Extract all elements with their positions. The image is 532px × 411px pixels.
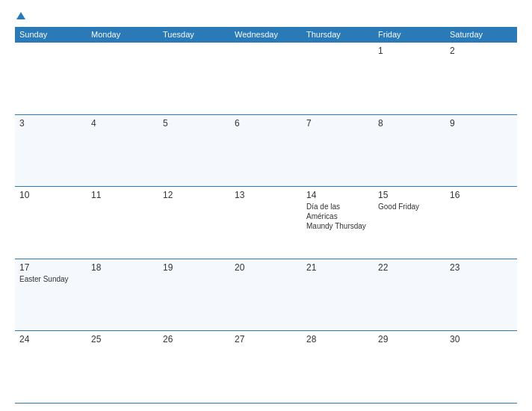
calendar-cell: 2	[445, 43, 517, 114]
day-number: 9	[450, 118, 513, 129]
day-number: 19	[163, 262, 226, 273]
page: Sunday Monday Tuesday Wednesday Thursday…	[0, 0, 532, 411]
day-number: 7	[306, 118, 369, 129]
header-wednesday: Wednesday	[230, 27, 302, 42]
calendar-cell	[15, 43, 87, 114]
calendar-cell: 11	[87, 187, 158, 259]
day-number: 8	[378, 118, 441, 129]
day-number: 23	[450, 262, 513, 273]
calendar-cell: 9	[445, 115, 517, 187]
day-number: 3	[19, 118, 82, 129]
calendar-cell: 7	[302, 115, 374, 187]
calendar-week-4: 17Easter Sunday181920212223	[15, 259, 517, 332]
calendar-cell: 22	[374, 259, 445, 331]
day-number: 29	[378, 334, 441, 344]
calendar-cell: 4	[87, 115, 158, 187]
calendar-week-3: 1011121314Día de las AméricasMaundy Thur…	[15, 187, 517, 259]
calendar-cell: 8	[374, 115, 445, 187]
calendar-cell: 30	[445, 331, 517, 403]
calendar-event: Easter Sunday	[19, 274, 82, 284]
day-number: 10	[19, 190, 82, 200]
calendar-week-2: 3456789	[15, 115, 517, 188]
calendar-cell: 13	[230, 187, 302, 259]
calendar-cell: 10	[15, 187, 87, 259]
day-number: 4	[91, 118, 154, 129]
day-number: 28	[306, 334, 369, 344]
calendar-cell: 23	[445, 259, 517, 331]
day-number: 6	[235, 118, 297, 129]
calendar-week-1: 12	[15, 42, 517, 115]
calendar-cell: 21	[302, 259, 374, 331]
calendar-cell: 14Día de las AméricasMaundy Thursday	[302, 187, 374, 259]
header-monday: Monday	[87, 27, 158, 42]
calendar-cell: 20	[230, 259, 302, 331]
day-number: 11	[91, 190, 154, 200]
day-number: 14	[306, 190, 369, 200]
calendar-body: 1234567891011121314Día de las AméricasMa…	[15, 42, 517, 404]
day-number: 15	[378, 190, 441, 200]
day-number: 16	[450, 190, 513, 200]
day-number: 25	[91, 334, 154, 344]
logo-triangle-icon	[16, 12, 25, 19]
header-friday: Friday	[374, 27, 445, 42]
calendar-cell: 26	[158, 331, 230, 403]
header-tuesday: Tuesday	[158, 27, 230, 42]
calendar: Sunday Monday Tuesday Wednesday Thursday…	[15, 27, 517, 404]
calendar-cell: 18	[87, 259, 158, 331]
calendar-cell: 12	[158, 187, 230, 259]
calendar-cell: 24	[15, 331, 87, 403]
day-number: 30	[450, 334, 513, 344]
calendar-week-5: 24252627282930	[15, 331, 517, 404]
day-number: 22	[378, 262, 441, 273]
day-number: 24	[19, 334, 82, 344]
day-number: 12	[163, 190, 226, 200]
calendar-cell: 28	[302, 331, 374, 403]
day-number: 18	[91, 262, 154, 273]
day-number: 20	[235, 262, 297, 273]
calendar-cell	[230, 43, 302, 114]
day-number: 1	[378, 46, 441, 56]
calendar-cell: 17Easter Sunday	[15, 259, 87, 331]
day-number: 26	[163, 334, 226, 344]
day-number: 27	[235, 334, 297, 344]
calendar-cell: 3	[15, 115, 87, 187]
calendar-header: Sunday Monday Tuesday Wednesday Thursday…	[15, 27, 517, 42]
calendar-cell	[158, 43, 230, 114]
logo	[15, 12, 27, 19]
calendar-cell: 29	[374, 331, 445, 403]
day-number: 17	[19, 262, 82, 273]
calendar-cell: 16	[445, 187, 517, 259]
header-thursday: Thursday	[302, 27, 374, 42]
calendar-cell: 5	[158, 115, 230, 187]
calendar-cell: 15Good Friday	[374, 187, 445, 259]
calendar-cell	[302, 43, 374, 114]
calendar-cell: 27	[230, 331, 302, 403]
calendar-event: Good Friday	[378, 202, 441, 211]
calendar-cell: 25	[87, 331, 158, 403]
calendar-cell: 19	[158, 259, 230, 331]
header-sunday: Sunday	[15, 27, 87, 42]
day-number: 13	[235, 190, 297, 200]
day-number: 2	[450, 46, 513, 56]
calendar-cell: 1	[374, 43, 445, 114]
calendar-cell	[87, 43, 158, 114]
calendar-event: Día de las Américas	[306, 202, 369, 221]
calendar-cell: 6	[230, 115, 302, 187]
header-saturday: Saturday	[445, 27, 517, 42]
day-number: 5	[163, 118, 226, 129]
header	[15, 12, 517, 19]
calendar-event: Maundy Thursday	[306, 221, 369, 231]
day-number: 21	[306, 262, 369, 273]
